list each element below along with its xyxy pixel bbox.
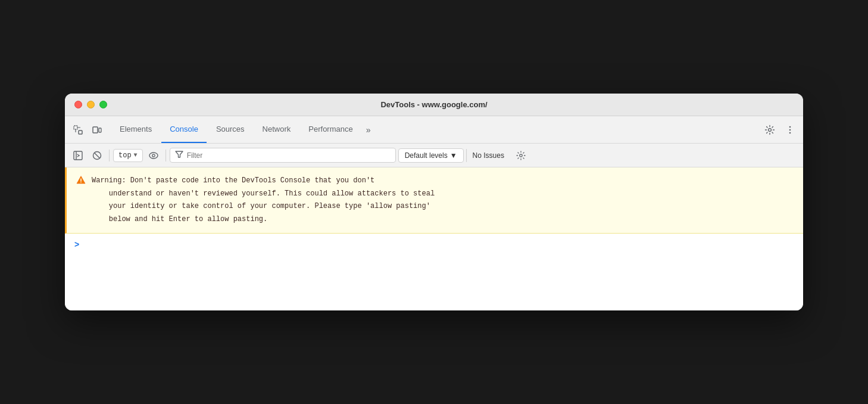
title-bar: DevTools - www.google.com/ — [65, 94, 803, 116]
traffic-lights — [74, 101, 107, 108]
svg-point-19 — [520, 154, 522, 156]
no-issues-button[interactable]: No Issues — [466, 149, 510, 162]
prompt-arrow-icon: > — [74, 240, 79, 249]
console-toolbar: top ▼ Default levels ▼ N — [65, 144, 803, 167]
close-button[interactable] — [74, 101, 82, 108]
console-settings-icon[interactable] — [513, 147, 529, 164]
maximize-button[interactable] — [99, 101, 107, 108]
window-title: DevTools - www.google.com/ — [380, 100, 487, 109]
svg-point-17 — [152, 154, 154, 156]
tab-bar-right-actions — [761, 122, 798, 138]
svg-line-13 — [77, 156, 79, 157]
devtools-window: DevTools - www.google.com/ — [65, 94, 803, 310]
device-toolbar-icon[interactable] — [89, 122, 105, 138]
svg-point-9 — [789, 132, 791, 133]
clear-console-icon[interactable] — [89, 147, 105, 164]
svg-point-7 — [789, 126, 791, 128]
warning-triangle-icon — [76, 175, 86, 187]
tab-sources[interactable]: Sources — [208, 116, 253, 143]
svg-rect-5 — [99, 128, 101, 132]
log-levels-arrow: ▼ — [450, 151, 457, 160]
more-options-icon[interactable] — [782, 122, 798, 138]
select-element-icon[interactable] — [70, 122, 86, 138]
svg-line-15 — [95, 153, 99, 158]
context-selector-arrow: ▼ — [134, 152, 138, 159]
svg-point-21 — [80, 182, 82, 183]
tab-bar-icon-group — [70, 122, 105, 138]
minimize-button[interactable] — [87, 101, 95, 108]
svg-marker-18 — [176, 151, 183, 157]
svg-point-8 — [789, 129, 791, 130]
svg-point-6 — [769, 128, 772, 131]
log-levels-button[interactable]: Default levels ▼ — [398, 148, 464, 163]
svg-rect-1 — [79, 130, 82, 134]
tab-elements[interactable]: Elements — [111, 116, 160, 143]
svg-rect-10 — [74, 151, 82, 160]
filter-input-wrap — [170, 148, 396, 163]
console-content: Warning: Don't paste code into the DevTo… — [65, 167, 803, 310]
filter-input[interactable] — [187, 151, 391, 160]
filter-icon — [175, 150, 183, 160]
svg-rect-0 — [74, 126, 77, 129]
warning-text: Warning: Don't paste code into the DevTo… — [92, 175, 435, 226]
tab-bar: Elements Console Sources Network Perform… — [65, 116, 803, 144]
tab-performance[interactable]: Performance — [300, 116, 361, 143]
live-expressions-icon[interactable] — [145, 147, 162, 164]
svg-point-16 — [149, 153, 158, 159]
settings-icon[interactable] — [761, 122, 778, 138]
sidebar-toggle-icon[interactable] — [70, 147, 86, 164]
warning-message: Warning: Don't paste code into the DevTo… — [65, 167, 803, 234]
svg-rect-4 — [93, 127, 98, 133]
toolbar-divider-1 — [109, 150, 110, 161]
tab-network[interactable]: Network — [254, 116, 299, 143]
console-prompt-line[interactable]: > — [65, 234, 803, 255]
context-selector[interactable]: top ▼ — [113, 149, 143, 162]
more-tabs-button[interactable]: » — [363, 120, 374, 139]
tab-console[interactable]: Console — [161, 116, 207, 143]
toolbar-divider-2 — [166, 150, 166, 161]
